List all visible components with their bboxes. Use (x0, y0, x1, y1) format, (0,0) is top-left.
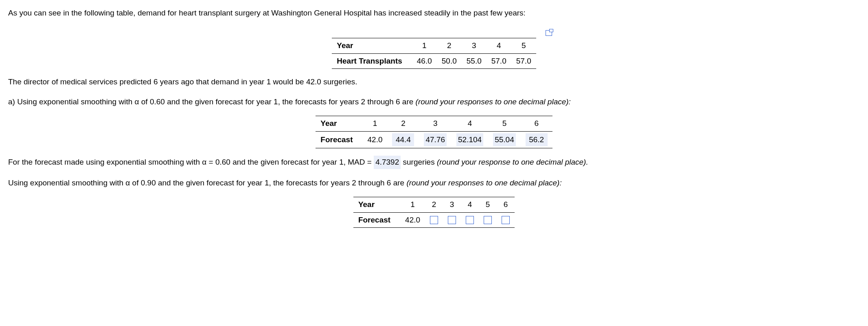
cell: 57.0 (487, 53, 511, 69)
row-label: Year (353, 197, 400, 213)
row-label: Heart Transplants (332, 53, 412, 69)
blank-input[interactable] (425, 212, 443, 228)
cell: 50.0 (437, 53, 462, 69)
prediction-text: The director of medical services predict… (8, 76, 860, 88)
blank-input[interactable] (443, 212, 461, 228)
cell: 4 (461, 197, 479, 213)
cell: 2 (425, 197, 443, 213)
cell: 2 (387, 116, 419, 132)
cell: 4 (452, 116, 488, 132)
cell: 2 (437, 38, 462, 54)
blank-input[interactable] (461, 212, 479, 228)
answer-cell[interactable]: 56.2 (521, 131, 552, 148)
answer-cell[interactable]: 55.04 (488, 131, 521, 148)
mad-text: For the forecast made using exponential … (8, 156, 860, 169)
cell: 3 (443, 197, 461, 213)
data-table-demand: Year 1 2 3 4 5 Heart Transplants 46.0 50… (332, 38, 536, 69)
row-label: Forecast (353, 212, 400, 228)
cell: 3 (419, 116, 452, 132)
cell: 5 (488, 116, 521, 132)
blank-input[interactable] (479, 212, 497, 228)
row-label: Forecast (316, 131, 362, 148)
cell: 1 (363, 116, 388, 132)
cell: 42.0 (363, 131, 388, 148)
forecast-table-060: Year 1 2 3 4 5 6 Forecast 42.0 44.4 47.7… (316, 116, 552, 148)
cell: 55.0 (462, 53, 487, 69)
cell: 1 (412, 38, 437, 54)
row-label: Year (332, 38, 412, 54)
intro-text: As you can see in the following table, d… (8, 7, 860, 19)
cell: 1 (400, 197, 425, 213)
cell: 5 (511, 38, 536, 54)
cell: 5 (479, 197, 497, 213)
forecast-table-090: Year 1 2 3 4 5 6 Forecast 42.0 (353, 197, 515, 228)
answer-cell[interactable]: 47.76 (419, 131, 452, 148)
cell: 4 (487, 38, 511, 54)
answer-cell[interactable]: 44.4 (387, 131, 419, 148)
mad-input[interactable]: 4.7392 (374, 156, 401, 169)
question-a-text: a) Using exponential smoothing with α of… (8, 96, 860, 108)
popup-icon[interactable] (546, 30, 552, 36)
question-090-text: Using exponential smoothing with α of 0.… (8, 177, 860, 189)
cell: 3 (462, 38, 487, 54)
cell: 6 (521, 116, 552, 132)
cell: 46.0 (412, 53, 437, 69)
cell: 57.0 (511, 53, 536, 69)
cell: 6 (497, 197, 515, 213)
cell: 42.0 (400, 212, 425, 228)
blank-input[interactable] (497, 212, 515, 228)
answer-cell[interactable]: 52.104 (452, 131, 488, 148)
row-label: Year (316, 116, 362, 132)
